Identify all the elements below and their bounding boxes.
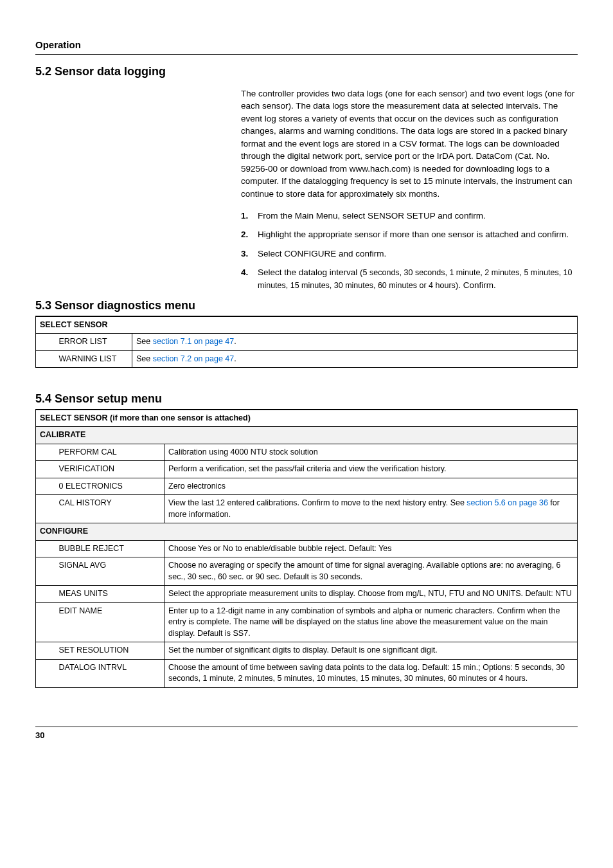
table-header: SELECT SENSOR (if more than one sensor i…: [36, 410, 578, 427]
group-configure: CONFIGURE: [36, 523, 578, 541]
row-desc: Calibration using 4000 NTU stock solutio…: [164, 444, 578, 461]
table-row: 0 ELECTRONICS Zero electronics: [36, 478, 578, 495]
step-num: 1.: [241, 210, 258, 222]
link-7-2[interactable]: section 7.2 on page 47: [153, 354, 235, 363]
row-desc: Choose the amount of time between saving…: [164, 659, 578, 687]
table-row: ERROR LIST See section 7.1 on page 47.: [36, 334, 578, 351]
indent-cell: [36, 557, 55, 586]
row-desc: Choose Yes or No to enable/disable bubbl…: [164, 540, 578, 557]
row-desc: Perform a verification, set the pass/fai…: [164, 461, 578, 478]
indent-cell: [36, 461, 55, 478]
table-row: WARNING LIST See section 7.2 on page 47.: [36, 350, 578, 368]
page-header: Operation: [35, 39, 578, 55]
row-name: 0 ELECTRONICS: [55, 478, 164, 495]
step-num: 3.: [241, 248, 258, 260]
indent-cell: [36, 642, 55, 660]
row-name: MEAS UNITS: [55, 586, 164, 603]
row-name: PERFORM CAL: [55, 444, 164, 461]
indent-cell: [36, 478, 55, 495]
group-label: CALIBRATE: [36, 427, 578, 444]
table-row: CAL HISTORY View the last 12 entered cal…: [36, 495, 578, 523]
row-name: WARNING LIST: [55, 350, 132, 368]
link-5-6[interactable]: section 5.6 on page 36: [466, 498, 548, 507]
table-header-row: SELECT SENSOR: [36, 316, 578, 334]
step-text: Select the datalog interval (5 seconds, …: [258, 266, 578, 291]
link-7-1[interactable]: section 7.1 on page 47: [153, 337, 235, 346]
row-name: CAL HISTORY: [55, 495, 164, 523]
step-2: 2. Highlight the appropriate sensor if m…: [241, 228, 578, 241]
step-num: 4.: [241, 266, 258, 291]
setup-table: SELECT SENSOR (if more than one sensor i…: [35, 410, 578, 688]
heading-5-3: 5.3 Sensor diagnostics menu: [35, 298, 578, 316]
step-1: 1. From the Main Menu, select SENSOR SET…: [241, 210, 578, 222]
indent-cell: [36, 444, 55, 461]
row-desc: See section 7.2 on page 47.: [132, 350, 578, 368]
table-row: EDIT NAME Enter up to a 12-digit name in…: [36, 602, 578, 642]
heading-5-4: 5.4 Sensor setup menu: [35, 391, 578, 409]
row-name: DATALOG INTRVL: [55, 659, 164, 687]
table-row: VERIFICATION Perform a verification, set…: [36, 461, 578, 478]
heading-5-2: 5.2 Sensor data logging: [35, 64, 578, 79]
row-name: BUBBLE REJECT: [55, 540, 164, 557]
indent-cell: [36, 495, 55, 523]
step-3: 3. Select CONFIGURE and confirm.: [241, 248, 578, 260]
row-name: EDIT NAME: [55, 602, 164, 642]
table-header: SELECT SENSOR: [36, 316, 578, 334]
table-row: BUBBLE REJECT Choose Yes or No to enable…: [36, 540, 578, 557]
step-num: 2.: [241, 228, 258, 241]
row-name: ERROR LIST: [55, 334, 132, 351]
row-name: VERIFICATION: [55, 461, 164, 478]
row-desc: Zero electronics: [164, 478, 578, 495]
row-desc: See section 7.1 on page 47.: [132, 334, 578, 351]
row-name: SET RESOLUTION: [55, 642, 164, 660]
paragraph-5-2: The controller provides two data logs (o…: [241, 87, 578, 201]
indent-cell: [36, 540, 55, 557]
indent-cell: [36, 586, 55, 603]
step-text: Highlight the appropriate sensor if more…: [258, 228, 569, 241]
step-text: Select CONFIGURE and confirm.: [258, 248, 386, 260]
row-desc: Select the appropriate measurement units…: [164, 586, 578, 603]
step-4: 4. Select the datalog interval (5 second…: [241, 266, 578, 291]
page-number: 30: [35, 727, 578, 741]
indent-cell: [36, 602, 55, 642]
table-row: PERFORM CAL Calibration using 4000 NTU s…: [36, 444, 578, 461]
steps-list: 1. From the Main Menu, select SENSOR SET…: [241, 210, 578, 292]
row-desc: View the last 12 entered calibrations. C…: [164, 495, 578, 523]
row-desc: Set the number of significant digits to …: [164, 642, 578, 660]
table-row: SET RESOLUTION Set the number of signifi…: [36, 642, 578, 660]
row-desc: Enter up to a 12-digit name in any combi…: [164, 602, 578, 642]
step-text: From the Main Menu, select SENSOR SETUP …: [258, 210, 486, 222]
group-label: CONFIGURE: [36, 523, 578, 541]
table-row: SIGNAL AVG Choose no averaging or specif…: [36, 557, 578, 586]
indent-cell: [36, 659, 55, 687]
indent-cell: [36, 334, 55, 351]
table-row: MEAS UNITS Select the appropriate measur…: [36, 586, 578, 603]
table-row: DATALOG INTRVL Choose the amount of time…: [36, 659, 578, 687]
row-name: SIGNAL AVG: [55, 557, 164, 586]
indent-cell: [36, 350, 55, 368]
row-desc: Choose no averaging or specify the amoun…: [164, 557, 578, 586]
table-header-row: SELECT SENSOR (if more than one sensor i…: [36, 410, 578, 427]
group-calibrate: CALIBRATE: [36, 427, 578, 444]
diagnostics-table: SELECT SENSOR ERROR LIST See section 7.1…: [35, 316, 578, 368]
